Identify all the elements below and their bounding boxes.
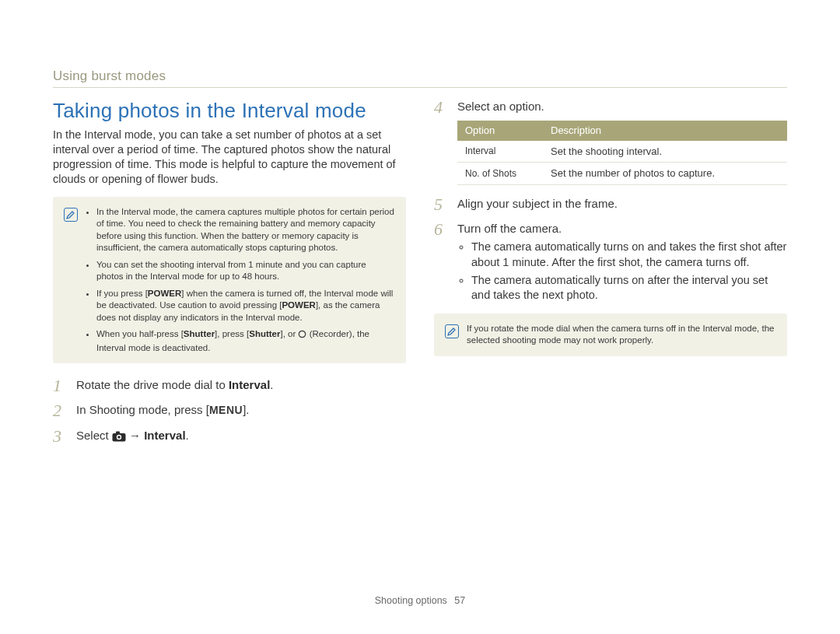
step-number: 2 xyxy=(53,399,72,422)
step-number: 3 xyxy=(53,425,72,448)
left-column: Taking photos in the Interval mode In th… xyxy=(53,99,406,453)
steps-right: 4 Select an option. Option Description I… xyxy=(434,99,787,303)
note-item: You can set the shooting interval from 1… xyxy=(96,259,395,283)
page-number: 57 xyxy=(454,595,465,606)
svg-point-0 xyxy=(299,331,306,337)
step-2: 2 In Shooting mode, press [MENU]. xyxy=(53,402,406,418)
options-table: Option Description Interval Set the shoo… xyxy=(457,121,787,185)
page: Using burst modes Taking photos in the I… xyxy=(0,0,840,634)
note-icon xyxy=(64,208,78,222)
content-columns: Taking photos in the Interval mode In th… xyxy=(53,99,787,453)
option-name: Interval xyxy=(457,141,543,163)
option-description: Set the shooting interval. xyxy=(543,141,787,163)
option-description: Set the number of photos to capture. xyxy=(543,163,787,185)
note-list: In the Interval mode, the camera capture… xyxy=(86,206,395,355)
table-header-description: Description xyxy=(543,121,787,141)
section-rule xyxy=(53,87,787,88)
footer: Shooting options 57 xyxy=(0,595,840,606)
steps-left: 1 Rotate the drive mode dial to Interval… xyxy=(53,377,406,443)
option-name: No. of Shots xyxy=(457,163,543,185)
callout-note: If you rotate the mode dial when the cam… xyxy=(434,313,787,356)
list-item: The camera automatically turns on after … xyxy=(471,273,787,303)
pencil-icon xyxy=(447,327,457,336)
footer-section: Shooting options xyxy=(375,595,447,606)
step-5: 5 Align your subject in the frame. xyxy=(434,196,787,212)
table-header-option: Option xyxy=(457,121,543,141)
step-4: 4 Select an option. Option Description I… xyxy=(434,99,787,185)
pencil-icon xyxy=(66,210,75,219)
menu-label: MENU xyxy=(209,404,243,416)
callout-note: In the Interval mode, the camera capture… xyxy=(53,197,406,364)
note-item: If you press [POWER] when the camera is … xyxy=(96,288,395,324)
svg-rect-2 xyxy=(116,431,120,433)
step-number: 5 xyxy=(434,193,453,216)
step-6: 6 Turn off the camera. The camera automa… xyxy=(434,221,787,303)
table-row: Interval Set the shooting interval. xyxy=(457,141,787,163)
svg-point-4 xyxy=(117,436,121,439)
note-item: In the Interval mode, the camera capture… xyxy=(96,206,395,254)
step-6-bullets: The camera automatically turns on and ta… xyxy=(457,240,787,303)
note-icon xyxy=(445,324,459,338)
step-1: 1 Rotate the drive mode dial to Interval… xyxy=(53,377,406,393)
table-row: No. of Shots Set the number of photos to… xyxy=(457,163,787,185)
right-column: 4 Select an option. Option Description I… xyxy=(434,99,787,453)
recorder-icon xyxy=(298,330,306,342)
intro-paragraph: In the Interval mode, you can take a set… xyxy=(53,128,406,187)
step-number: 1 xyxy=(53,374,72,398)
page-title: Taking photos in the Interval mode xyxy=(53,99,406,123)
step-number: 4 xyxy=(434,96,453,119)
camera-icon xyxy=(112,431,126,442)
step-number: 6 xyxy=(434,218,453,241)
list-item: The camera automatically turns on and ta… xyxy=(471,240,787,269)
note-text: If you rotate the mode dial when the cam… xyxy=(467,323,776,347)
section-label: Using burst modes xyxy=(53,68,787,84)
note-item: When you half-press [Shutter], press [Sh… xyxy=(96,328,395,354)
step-3: 3 Select → Interval. xyxy=(53,428,406,443)
